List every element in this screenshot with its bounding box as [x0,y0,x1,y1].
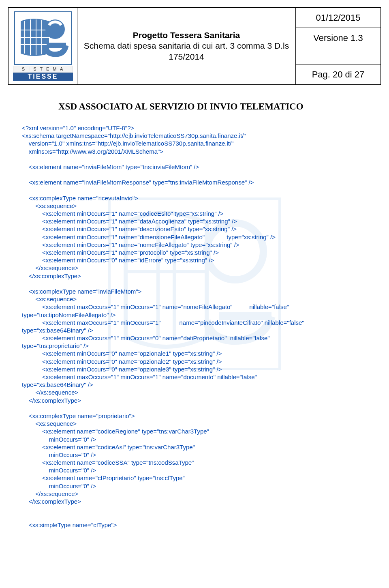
xsd-code-block: <?xml version="1.0" encoding="UTF-8"?> <… [22,124,358,529]
ts-logo [14,11,72,65]
document-subtitle: Schema dati spesa sanitaria di cui art. … [77,41,295,62]
logo-cell: S I S T E M A TIESSE [9,8,77,85]
document-body: XSD ASSOCIATO AL SERVIZIO DI INVIO TELEM… [38,101,358,529]
document-title-cell: Progetto Tessera Sanitaria Schema dati s… [77,8,296,85]
document-header-table: S I S T E M A TIESSE Progetto Tessera Sa… [8,7,381,85]
sistema-tiesse-logo: S I S T E M A TIESSE [13,66,73,81]
document-title: Progetto Tessera Sanitaria [77,30,295,41]
section-heading: XSD ASSOCIATO AL SERVIZIO DI INVIO TELEM… [58,101,358,112]
document-version: Versione 1.3 [296,28,381,48]
header-empty-cell [296,48,381,64]
svg-text:TIESSE: TIESSE [28,73,58,80]
document-date: 01/12/2015 [296,8,381,28]
svg-text:S I S T E M A: S I S T E M A [21,67,64,71]
document-page-number: Pag. 20 di 27 [296,64,381,85]
